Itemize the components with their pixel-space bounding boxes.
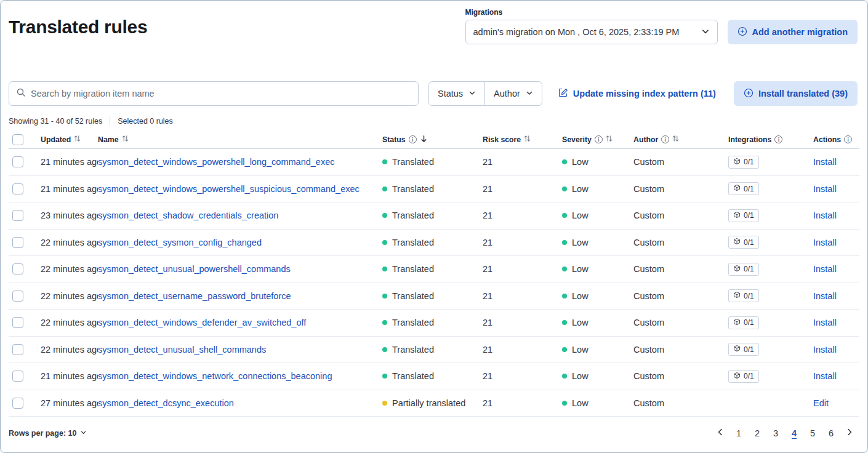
row-action-link[interactable]: Install — [813, 318, 837, 327]
chevron-down-icon — [80, 429, 87, 438]
row-action-link[interactable]: Install — [813, 371, 837, 381]
column-header-name[interactable]: Name — [98, 135, 382, 144]
risk-score-cell: 21 — [483, 291, 562, 301]
severity-dot — [562, 320, 567, 325]
integrations-badge[interactable]: 0/1 — [728, 236, 759, 249]
rows-per-page-button[interactable]: Rows per page: 10 — [9, 429, 87, 438]
migrations-block: Migrations admin's migration on Mon , Oc… — [465, 8, 858, 44]
rule-name-link[interactable]: sysmon_detect_windows_defender_av_switch… — [98, 318, 306, 327]
integrations-cell: 0/1 — [720, 263, 800, 276]
severity-cell: Low — [562, 264, 633, 274]
table-row: 21 minutes ago sysmon_detect_windows_net… — [9, 363, 859, 390]
integrations-badge[interactable]: 0/1 — [728, 343, 759, 356]
severity-cell: Low — [562, 371, 633, 381]
migrations-label: Migrations — [465, 8, 858, 17]
page-button-3[interactable]: 3 — [768, 425, 784, 441]
rule-name-link[interactable]: sysmon_detect_windows_network_connection… — [98, 371, 332, 381]
status-cell: Translated — [382, 264, 483, 274]
row-checkbox[interactable] — [12, 183, 23, 194]
page-button-5[interactable]: 5 — [805, 425, 821, 441]
integrations-badge[interactable]: 0/1 — [728, 263, 759, 276]
row-action-link[interactable]: Install — [813, 345, 837, 355]
migration-select[interactable]: admin's migration on Mon , Oct 6, 2025, … — [465, 20, 718, 44]
updated-cell: 23 minutes ago — [36, 210, 98, 220]
row-action-link[interactable]: Install — [813, 157, 837, 167]
row-action-link[interactable]: Install — [813, 291, 837, 301]
row-checkbox[interactable] — [12, 263, 23, 275]
status-cell: Partially translated — [382, 398, 483, 408]
author-filter-button[interactable]: Author — [484, 81, 542, 106]
page-header: Translated rules Migrations admin's migr… — [1, 1, 867, 44]
rule-name-link[interactable]: sysmon_detect_username_password_brutefor… — [98, 291, 291, 301]
integrations-badge[interactable]: 0/1 — [728, 370, 759, 383]
table-row: 27 minutes ago sysmon_detect_dcsync_exec… — [9, 390, 859, 417]
previous-page-button[interactable] — [712, 425, 728, 441]
rule-name-link[interactable]: sysmon_detect_windows_powershell_suspici… — [98, 184, 360, 194]
author-cell: Custom — [633, 238, 720, 247]
selected-count: Selected 0 rules — [118, 117, 173, 126]
page-button-4[interactable]: 4 — [786, 425, 802, 441]
column-header-updated[interactable]: Updated — [36, 135, 98, 144]
integrations-badge[interactable]: 0/1 — [728, 182, 759, 195]
severity-cell: Low — [562, 238, 633, 247]
rule-name-link[interactable]: sysmon_detect_unusual_powershell_command… — [98, 264, 291, 274]
integrations-cell: 0/1 — [720, 343, 800, 356]
select-all-checkbox[interactable] — [12, 134, 23, 145]
integrations-cell: 0/1 — [720, 289, 800, 302]
rule-name-link[interactable]: sysmon_detect_unusual_shell_commands — [98, 345, 266, 355]
severity-cell: Low — [562, 291, 633, 301]
install-translated-button[interactable]: Install translated (39) — [734, 81, 858, 106]
rule-name-link[interactable]: sysmon_detect_shadow_credentials_creatio… — [98, 210, 278, 220]
severity-dot — [562, 401, 567, 406]
row-action-link[interactable]: Install — [813, 210, 837, 220]
row-checkbox[interactable] — [12, 344, 23, 355]
integrations-badge[interactable]: 0/1 — [728, 289, 759, 302]
column-header-status[interactable]: Status i — [382, 135, 483, 145]
updated-cell: 22 minutes ago — [36, 264, 98, 274]
risk-score-cell: 21 — [483, 184, 562, 194]
rule-name-link[interactable]: sysmon_detect_windows_powershell_long_co… — [98, 157, 334, 167]
info-icon: i — [774, 135, 782, 143]
rule-name-link[interactable]: sysmon_detect_sysmon_config_changed — [98, 238, 262, 247]
updated-cell: 22 minutes ago — [36, 291, 98, 301]
row-action-link[interactable]: Install — [813, 184, 837, 194]
page-button-6[interactable]: 6 — [823, 425, 839, 441]
integrations-cell: 0/1 — [720, 156, 800, 169]
toolbar: Status Author Update missing index patte… — [9, 81, 858, 106]
column-header-author[interactable]: Author i — [633, 135, 720, 144]
page-button-2[interactable]: 2 — [749, 425, 765, 441]
row-action-link[interactable]: Edit — [813, 398, 829, 408]
info-icon: i — [595, 135, 603, 143]
row-checkbox[interactable] — [12, 398, 23, 409]
row-action-link[interactable]: Install — [813, 238, 837, 247]
showing-count: Showing 31 - 40 of 52 rules — [9, 117, 102, 126]
row-checkbox[interactable] — [12, 237, 23, 248]
next-page-button[interactable] — [842, 425, 858, 441]
column-header-severity[interactable]: Severity i — [562, 135, 633, 144]
integrations-cell: 0/1 — [720, 370, 800, 383]
integrations-badge[interactable]: 0/1 — [728, 316, 759, 329]
row-action-link[interactable]: Install — [813, 264, 837, 274]
rule-name-link[interactable]: sysmon_detect_dcsync_execution — [98, 398, 234, 408]
severity-dot — [562, 267, 567, 271]
row-checkbox[interactable] — [12, 210, 23, 221]
status-filter-button[interactable]: Status — [428, 81, 485, 106]
add-migration-button[interactable]: Add another migration — [728, 20, 858, 44]
search-input[interactable] — [31, 89, 411, 98]
column-header-risk-score[interactable]: Risk score — [483, 135, 562, 144]
pencil-icon — [558, 88, 568, 100]
page-button-1[interactable]: 1 — [731, 425, 747, 441]
integrations-badge[interactable]: 0/1 — [728, 209, 759, 222]
sort-icon — [606, 135, 613, 144]
update-missing-index-pattern-link[interactable]: Update missing index pattern (11) — [558, 88, 716, 100]
row-checkbox[interactable] — [12, 371, 23, 382]
row-checkbox[interactable] — [12, 156, 23, 167]
integrations-badge[interactable]: 0/1 — [728, 156, 759, 169]
row-checkbox[interactable] — [12, 291, 23, 302]
chevron-left-icon — [716, 428, 725, 439]
column-header-integrations: Integrations i — [720, 135, 800, 144]
author-cell: Custom — [633, 371, 720, 381]
row-checkbox[interactable] — [12, 317, 23, 328]
chevron-down-icon — [468, 89, 476, 98]
integrations-cell: 0/1 — [720, 316, 800, 329]
